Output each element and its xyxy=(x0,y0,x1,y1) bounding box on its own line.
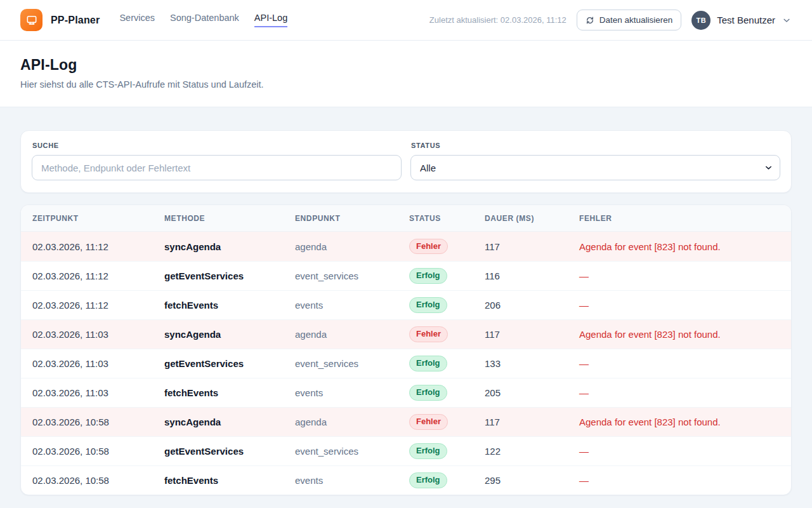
table-header-row: ZEITPUNKTMETHODEENDPUNKTSTATUSDAUER (MS)… xyxy=(21,205,791,232)
cell-endpunkt: agenda xyxy=(295,329,409,340)
refresh-data-button[interactable]: Daten aktualisieren xyxy=(577,10,682,30)
status-badge: Erfolg xyxy=(409,356,447,371)
cell-fehler: Agenda for event [823] not found. xyxy=(579,329,780,340)
api-log-table: ZEITPUNKTMETHODEENDPUNKTSTATUSDAUER (MS)… xyxy=(20,204,792,495)
table-row[interactable]: 02.03.2026, 11:12 getEventServices event… xyxy=(21,261,791,290)
table-row[interactable]: 02.03.2026, 10:58 fetchEvents events Erf… xyxy=(21,465,791,495)
cell-methode: fetchEvents xyxy=(164,387,295,398)
nav-item-services[interactable]: Services xyxy=(119,13,155,27)
column-header: METHODE xyxy=(164,214,295,223)
cell-fehler: Agenda for event [823] not found. xyxy=(579,417,780,427)
main-nav: ServicesSong-DatenbankAPI-Log xyxy=(119,13,287,27)
cell-endpunkt: event_services xyxy=(295,271,409,281)
user-name: Test Benutzer xyxy=(717,15,775,25)
cell-zeitpunkt: 02.03.2026, 11:12 xyxy=(32,300,164,311)
cell-dauer: 206 xyxy=(485,300,579,311)
page-title: API-Log xyxy=(20,57,792,74)
cell-methode: syncAgenda xyxy=(164,417,295,427)
column-header: DAUER (MS) xyxy=(485,214,579,223)
cell-methode: fetchEvents xyxy=(164,475,295,486)
cell-fehler: Agenda for event [823] not found. xyxy=(579,241,780,252)
filter-card: SUCHE STATUS Alle xyxy=(20,130,792,193)
cell-dauer: 117 xyxy=(485,241,579,252)
table-row[interactable]: 02.03.2026, 11:03 syncAgenda agenda Fehl… xyxy=(21,319,791,349)
column-header: ENDPUNKT xyxy=(295,214,409,223)
cell-dauer: 117 xyxy=(485,329,579,340)
cell-zeitpunkt: 02.03.2026, 10:58 xyxy=(32,417,164,427)
cell-fehler: — xyxy=(579,446,780,457)
page-header: API-Log Hier siehst du alle CTS-API-Aufr… xyxy=(0,41,812,107)
cell-zeitpunkt: 02.03.2026, 11:03 xyxy=(32,329,164,340)
table-body: 02.03.2026, 11:12 syncAgenda agenda Fehl… xyxy=(21,232,791,495)
user-menu[interactable]: TB Test Benutzer xyxy=(691,11,792,30)
cell-fehler: — xyxy=(579,475,780,486)
table-row[interactable]: 02.03.2026, 11:03 getEventServices event… xyxy=(21,349,791,378)
cell-methode: getEventServices xyxy=(164,446,295,457)
status-badge: Erfolg xyxy=(409,385,447,401)
search-input[interactable] xyxy=(32,155,402,180)
cell-status: Fehler xyxy=(409,414,485,430)
status-badge: Fehler xyxy=(409,239,448,255)
cell-methode: syncAgenda xyxy=(164,329,295,340)
status-badge: Fehler xyxy=(409,414,448,430)
main-content: SUCHE STATUS Alle ZEITPUNKTMETHODEENDPUN… xyxy=(0,107,812,495)
cell-status: Erfolg xyxy=(409,443,485,459)
cell-status: Erfolg xyxy=(409,297,485,313)
cell-status: Erfolg xyxy=(409,268,485,284)
status-field-group: STATUS Alle xyxy=(410,142,780,180)
search-label: SUCHE xyxy=(32,142,402,149)
nav-item-song-datenbank[interactable]: Song-Datenbank xyxy=(170,13,239,27)
status-badge: Erfolg xyxy=(409,268,447,284)
status-badge: Erfolg xyxy=(409,472,447,488)
cell-dauer: 205 xyxy=(485,387,579,398)
cell-status: Fehler xyxy=(409,326,485,342)
cell-fehler: — xyxy=(579,358,780,369)
presentation-screen-icon xyxy=(25,14,38,27)
column-header: STATUS xyxy=(409,214,485,223)
refresh-button-label: Daten aktualisieren xyxy=(599,15,673,25)
refresh-icon xyxy=(586,16,594,25)
cell-methode: getEventServices xyxy=(164,358,295,369)
table-row[interactable]: 02.03.2026, 11:12 syncAgenda agenda Fehl… xyxy=(21,232,791,261)
status-select[interactable]: Alle xyxy=(410,155,780,180)
cell-endpunkt: event_services xyxy=(295,358,409,369)
cell-dauer: 116 xyxy=(485,271,579,281)
navbar-right: Zuletzt aktualisiert: 02.03.2026, 11:12 … xyxy=(429,10,792,30)
table-row[interactable]: 02.03.2026, 11:12 fetchEvents events Erf… xyxy=(21,290,791,319)
status-label: STATUS xyxy=(411,142,780,149)
cell-methode: syncAgenda xyxy=(164,241,295,252)
cell-status: Fehler xyxy=(409,239,485,255)
table-row[interactable]: 02.03.2026, 10:58 getEventServices event… xyxy=(21,436,791,465)
cell-methode: fetchEvents xyxy=(164,300,295,311)
avatar: TB xyxy=(691,11,710,30)
cell-status: Erfolg xyxy=(409,385,485,401)
cell-zeitpunkt: 02.03.2026, 10:58 xyxy=(32,475,164,486)
cell-endpunkt: agenda xyxy=(295,241,409,252)
cell-methode: getEventServices xyxy=(164,271,295,281)
cell-zeitpunkt: 02.03.2026, 10:58 xyxy=(32,446,164,457)
table-row[interactable]: 02.03.2026, 10:58 syncAgenda agenda Fehl… xyxy=(21,407,791,436)
search-field-group: SUCHE xyxy=(32,142,402,180)
cell-dauer: 122 xyxy=(485,446,579,457)
cell-fehler: — xyxy=(579,271,780,281)
status-badge: Fehler xyxy=(409,326,448,342)
cell-status: Erfolg xyxy=(409,356,485,371)
cell-fehler: — xyxy=(579,387,780,398)
column-header: FEHLER xyxy=(579,214,780,223)
cell-endpunkt: event_services xyxy=(295,446,409,457)
cell-dauer: 133 xyxy=(485,358,579,369)
cell-endpunkt: agenda xyxy=(295,417,409,427)
cell-zeitpunkt: 02.03.2026, 11:03 xyxy=(32,358,164,369)
cell-dauer: 295 xyxy=(485,475,579,486)
cell-endpunkt: events xyxy=(295,475,409,486)
brand-name: PP-Planer xyxy=(51,15,100,26)
status-badge: Erfolg xyxy=(409,297,447,313)
cell-endpunkt: events xyxy=(295,300,409,311)
page-subtitle: Hier siehst du alle CTS-API-Aufrufe mit … xyxy=(20,79,792,90)
app-logo xyxy=(20,9,43,31)
chevron-down-icon xyxy=(782,15,792,25)
table-row[interactable]: 02.03.2026, 11:03 fetchEvents events Erf… xyxy=(21,378,791,407)
nav-item-api-log[interactable]: API-Log xyxy=(254,13,287,27)
cell-fehler: — xyxy=(579,300,780,311)
status-badge: Erfolg xyxy=(409,443,447,459)
